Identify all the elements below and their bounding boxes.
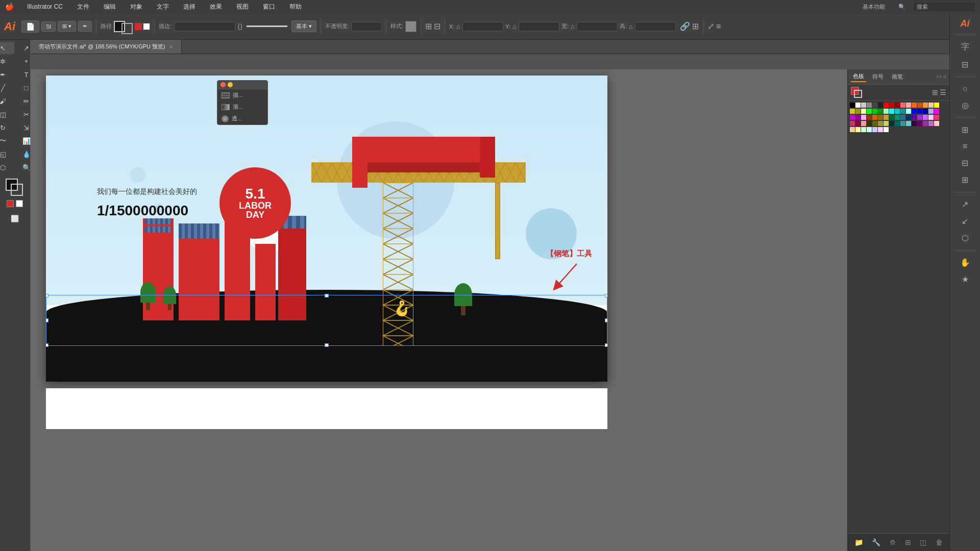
transform2-icon[interactable]: ⊞ [692, 21, 699, 31]
swatch[interactable] [872, 109, 877, 114]
swatch[interactable] [878, 109, 883, 114]
swatch[interactable] [912, 103, 917, 108]
scale-tool[interactable]: ⇲ [15, 121, 38, 134]
menu-object[interactable]: 对象 [127, 2, 145, 12]
menu-effect[interactable]: 效果 [207, 2, 225, 12]
swatch[interactable] [917, 115, 922, 120]
ai-place-icon[interactable]: ↙ [960, 214, 970, 228]
swatch[interactable] [867, 115, 872, 120]
swatch[interactable] [917, 103, 922, 108]
swatch[interactable] [872, 115, 877, 120]
lasso-tool[interactable]: ⚬ [15, 55, 38, 67]
ai-circle-o[interactable]: ○ [961, 82, 970, 95]
swatch[interactable] [872, 103, 877, 108]
swatch[interactable] [861, 115, 866, 120]
stroke-color[interactable] [11, 184, 23, 196]
swatch[interactable] [928, 109, 934, 114]
swatch[interactable] [861, 103, 866, 108]
swatch[interactable] [934, 115, 939, 120]
swatch[interactable] [867, 121, 872, 126]
type-tool[interactable]: T [15, 68, 38, 81]
swatch[interactable] [889, 115, 894, 120]
ai-export-icon[interactable]: ↗ [960, 197, 970, 211]
swatch[interactable] [934, 109, 939, 114]
graph-tool[interactable]: 📊 [15, 135, 38, 147]
red-swatch[interactable] [7, 200, 14, 207]
w-input[interactable]: 595.028 p [577, 22, 618, 31]
swatch[interactable] [855, 115, 861, 120]
panel-item-gradient[interactable]: 渐... [217, 101, 267, 113]
ai-circle-a[interactable]: ◎ [960, 98, 971, 112]
color-swatches[interactable] [6, 179, 24, 197]
swatch[interactable] [934, 103, 939, 108]
swatch[interactable] [855, 121, 861, 126]
swatch[interactable] [900, 103, 905, 108]
swatch[interactable] [906, 121, 911, 126]
swatch[interactable] [889, 121, 894, 126]
apple-menu[interactable]: 🍎 [5, 3, 14, 11]
swatch[interactable] [850, 109, 855, 114]
expand-icon[interactable]: ⤢ [707, 21, 714, 31]
swatch[interactable] [850, 127, 855, 132]
swatch[interactable] [895, 103, 900, 108]
link-icon[interactable]: 🔗 [680, 21, 690, 31]
ai-grid-icon[interactable]: ⊞ [960, 173, 970, 187]
menu-window[interactable]: 窗口 [260, 2, 278, 12]
panel-arrows[interactable]: >> ≡ [936, 74, 946, 80]
swatch[interactable] [900, 121, 905, 126]
swatch[interactable] [878, 103, 883, 108]
swatch[interactable] [878, 115, 883, 120]
swatch[interactable] [889, 103, 894, 108]
menu-view[interactable]: 视图 [233, 2, 252, 12]
eyedropper-tool[interactable]: 💧 [15, 148, 38, 160]
swatch[interactable] [928, 121, 934, 126]
swatch[interactable] [900, 109, 905, 114]
new-doc-btn[interactable]: 📄 [21, 20, 39, 33]
red-indicator[interactable] [135, 23, 142, 30]
transform-icon[interactable]: ⊟ [434, 21, 440, 31]
swatch[interactable] [861, 109, 866, 114]
eraser-tool[interactable]: ◫ [0, 108, 14, 120]
panel-move-btn[interactable]: ⊞ [905, 538, 911, 546]
swatch[interactable] [878, 121, 883, 126]
view-mode-btn[interactable]: St [41, 21, 56, 32]
swatch[interactable] [884, 109, 889, 114]
swatch[interactable] [884, 127, 889, 132]
swatch[interactable] [917, 109, 922, 114]
swatch[interactable] [928, 103, 934, 108]
swatch[interactable] [934, 121, 939, 126]
swatch[interactable] [867, 109, 872, 114]
menu-help[interactable]: 帮助 [286, 2, 305, 12]
opacity-input[interactable]: 100% [351, 22, 382, 31]
stroke-swatch[interactable] [121, 23, 133, 34]
warp-tool[interactable]: 〜 [0, 135, 14, 147]
menu-file[interactable]: 文件 [74, 2, 92, 12]
pencil-tool[interactable]: ✏ [15, 95, 38, 107]
ai-prop-icon[interactable]: ≡ [961, 140, 969, 153]
swatch[interactable] [912, 115, 917, 120]
ct-list-icon[interactable]: ☰ [940, 88, 946, 96]
swatch[interactable] [850, 115, 855, 120]
tab-symbols[interactable]: 符号 [870, 72, 886, 82]
zoom-tool[interactable]: 🔍 [15, 161, 38, 173]
stroke-input[interactable] [174, 22, 235, 31]
swatch[interactable] [912, 109, 917, 114]
selection-tool[interactable]: ↖ [0, 42, 14, 54]
line-tool[interactable]: ╱ [0, 82, 14, 94]
panel-delete-btn[interactable]: 🗑 [936, 538, 943, 546]
swatch[interactable] [923, 121, 928, 126]
swatch[interactable] [906, 115, 911, 120]
swatch[interactable] [895, 121, 900, 126]
magic-wand-tool[interactable]: ✲ [0, 55, 14, 67]
swatch[interactable] [850, 121, 855, 126]
blend-tool[interactable]: ⬡ [0, 161, 14, 173]
panel-copy-btn[interactable]: ◫ [920, 538, 926, 546]
swatch[interactable] [872, 127, 877, 132]
swatch[interactable] [884, 115, 889, 120]
tab-brushes[interactable]: 画笔 [890, 72, 905, 82]
swatch[interactable] [861, 121, 866, 126]
swatch[interactable] [855, 127, 861, 132]
swatch[interactable] [906, 109, 911, 114]
canvas-area[interactable]: 5.1 LABOR DAY 我们每一位都是构建社会美好的 1/150000000… [31, 69, 949, 551]
search-input[interactable]: 搜索 [914, 3, 975, 11]
